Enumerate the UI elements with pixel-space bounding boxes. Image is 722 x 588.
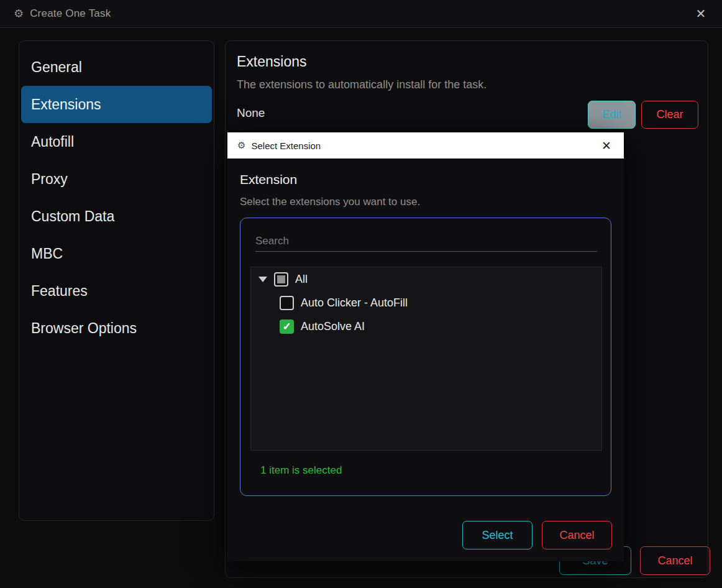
tree-row-auto-clicker[interactable]: Auto Clicker - AutoFill <box>251 291 601 315</box>
sidebar-item-browser-options[interactable]: Browser Options <box>21 310 212 347</box>
extension-picker: All Auto Clicker - AutoFill AutoSolve AI… <box>240 218 611 496</box>
window-titlebar: ⚙ Create One Task ✕ <box>0 0 722 28</box>
app-gear-icon: ⚙ <box>14 7 24 21</box>
sidebar: General Extensions Autofill Proxy Custom… <box>19 40 214 521</box>
close-icon: ✕ <box>601 139 611 153</box>
sidebar-item-custom-data[interactable]: Custom Data <box>21 198 212 235</box>
panel-subtitle: The extensions to automatically install … <box>237 78 487 91</box>
collapse-caret-icon[interactable] <box>258 277 267 282</box>
tree-label: All <box>295 273 308 286</box>
extension-tree: All Auto Clicker - AutoFill AutoSolve AI <box>250 267 602 451</box>
dialog-subtitle: Select the extensions you want to use. <box>240 196 420 208</box>
panel-title: Extensions <box>237 53 307 70</box>
dialog-cancel-button[interactable]: Cancel <box>542 521 612 549</box>
tree-row-all[interactable]: All <box>251 267 601 291</box>
close-icon: ✕ <box>696 6 706 21</box>
dialog-title: Select Extension <box>251 140 321 151</box>
extensions-value: None <box>237 106 265 120</box>
checkbox-autosolve-ai[interactable] <box>280 319 294 334</box>
sidebar-item-proxy[interactable]: Proxy <box>21 160 212 198</box>
dialog-titlebar: ⚙ Select Extension ✕ <box>227 132 624 158</box>
tree-label: AutoSolve AI <box>301 320 365 333</box>
select-extension-dialog: ⚙ Select Extension ✕ Extension Select th… <box>227 132 624 561</box>
checkbox-all[interactable] <box>274 272 288 287</box>
dialog-gear-icon: ⚙ <box>237 140 245 151</box>
sidebar-item-mbc[interactable]: MBC <box>21 235 212 272</box>
tree-row-autosolve-ai[interactable]: AutoSolve AI <box>251 315 601 338</box>
dialog-close-button[interactable]: ✕ <box>595 136 618 155</box>
sidebar-item-extensions[interactable]: Extensions <box>21 86 212 123</box>
select-button[interactable]: Select <box>462 521 532 549</box>
dialog-heading: Extension <box>240 172 297 187</box>
tree-label: Auto Clicker - AutoFill <box>301 296 408 310</box>
checkbox-auto-clicker[interactable] <box>280 296 294 310</box>
clear-button[interactable]: Clear <box>641 101 698 129</box>
window-close-button[interactable]: ✕ <box>688 3 713 24</box>
cancel-button[interactable]: Cancel <box>640 546 710 575</box>
sidebar-item-general[interactable]: General <box>21 48 212 86</box>
window-title: Create One Task <box>30 7 111 20</box>
sidebar-item-features[interactable]: Features <box>21 272 212 310</box>
dialog-body: Extension Select the extensions you want… <box>227 158 624 561</box>
edit-button[interactable]: Edit <box>588 101 636 129</box>
sidebar-item-autofill[interactable]: Autofill <box>21 123 212 160</box>
selection-status: 1 item is selected <box>260 464 342 477</box>
search-input[interactable] <box>255 231 597 252</box>
